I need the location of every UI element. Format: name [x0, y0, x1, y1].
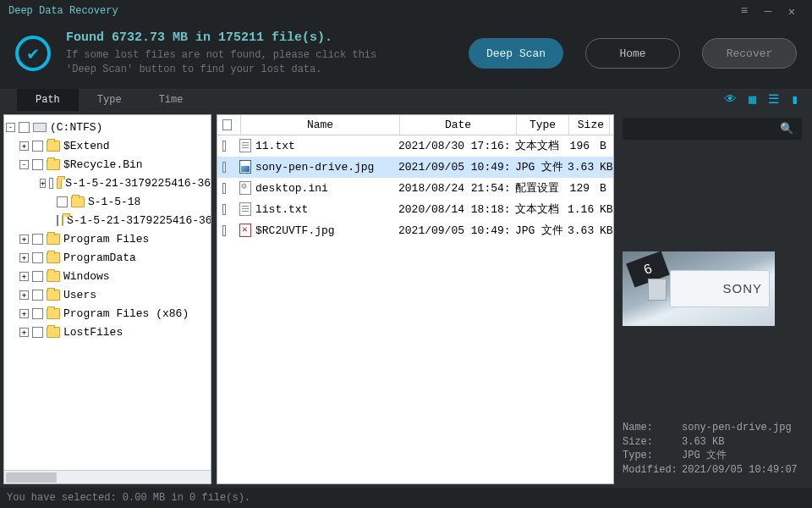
file-size-unit: KB: [595, 203, 613, 216]
grid-view-icon[interactable]: ▦: [749, 91, 756, 108]
row-checkbox[interactable]: [222, 162, 226, 173]
scan-summary-header: ✔ Found 6732.73 MB in 175211 file(s). If…: [0, 22, 812, 89]
tree-label: Users: [63, 289, 96, 301]
tree-label: (C:NTFS): [50, 121, 102, 134]
file-icon: [239, 139, 251, 152]
row-checkbox[interactable]: [222, 225, 226, 236]
row-checkbox[interactable]: [222, 204, 226, 215]
select-all-checkbox[interactable]: [222, 119, 232, 130]
column-size[interactable]: Size: [569, 115, 610, 135]
expand-icon[interactable]: +: [19, 290, 29, 300]
tab-type[interactable]: Type: [79, 89, 140, 111]
tree-item[interactable]: + $Extend: [6, 137, 211, 156]
tree-item[interactable]: + S-1-5-21-3179225416-36: [6, 174, 211, 193]
tab-time[interactable]: Time: [140, 89, 202, 111]
detail-key-type: Type:: [623, 449, 682, 463]
status-bar: You have selected: 0.00 MB in 0 file(s).: [0, 488, 812, 508]
column-name[interactable]: Name: [241, 115, 400, 135]
folder-icon: [47, 271, 60, 282]
tree-label: ProgramData: [63, 251, 136, 264]
home-button[interactable]: Home: [585, 38, 680, 69]
checkbox[interactable]: [32, 327, 43, 338]
minimize-icon[interactable]: —: [756, 3, 780, 19]
tree-label: Program Files: [63, 233, 149, 246]
checkbox[interactable]: [32, 290, 43, 301]
checkbox[interactable]: [32, 141, 43, 152]
menu-icon[interactable]: ≡: [732, 3, 756, 19]
table-row[interactable]: 11.txt2021/08/30 17:16:20文本文档196B: [217, 135, 613, 157]
search-icon[interactable]: 🔍: [780, 122, 793, 135]
tab-path[interactable]: Path: [17, 89, 79, 111]
checkbox[interactable]: [32, 234, 43, 245]
file-icon: [239, 181, 251, 195]
folder-tree-panel: - (C:NTFS) + $Extend - $Recycle.Bin + S-…: [3, 114, 211, 484]
detail-val-name: sony-pen-drive.jpg: [682, 422, 792, 433]
file-icon: [239, 160, 251, 174]
tree-label: Windows: [63, 270, 110, 283]
expand-icon[interactable]: +: [19, 141, 29, 151]
column-date[interactable]: Date: [400, 115, 517, 135]
checkbox[interactable]: [57, 215, 58, 226]
table-row[interactable]: list.txt2020/08/14 18:18:12文本文档1.16KB: [217, 199, 613, 220]
status-text: You have selected: 0.00 MB in 0 file(s).: [7, 492, 250, 504]
folder-icon: [47, 327, 60, 338]
tree-item[interactable]: - $Recycle.Bin: [6, 156, 211, 174]
expand-icon[interactable]: +: [40, 179, 46, 188]
file-type: 文本文档: [510, 138, 562, 153]
table-row[interactable]: desktop.ini2018/08/24 21:54:43配置设置129B: [217, 178, 613, 199]
checkbox[interactable]: [19, 122, 30, 133]
folder-icon: [47, 290, 60, 301]
checkbox[interactable]: [32, 308, 43, 319]
table-row[interactable]: $RC2UVTF.jpg2021/09/05 10:49:07JPG 文件3.6…: [217, 220, 613, 241]
file-type: JPG 文件: [510, 223, 562, 238]
tree-item[interactable]: S-1-5-18: [6, 193, 211, 212]
row-checkbox[interactable]: [222, 141, 226, 152]
title-bar: Deep Data Recovery ≡ — ✕: [0, 0, 812, 22]
file-size-number: 1.16: [562, 203, 595, 216]
checkbox[interactable]: [32, 252, 43, 263]
hint-line-2: 'Deep Scan' button to find your lost dat…: [66, 63, 447, 77]
eye-icon[interactable]: 👁: [724, 92, 737, 108]
checkbox[interactable]: [32, 271, 43, 282]
tree-item[interactable]: + LostFiles: [6, 323, 211, 342]
expand-icon[interactable]: +: [19, 272, 29, 281]
checkbox[interactable]: [32, 159, 43, 170]
tree-root[interactable]: - (C:NTFS): [6, 119, 211, 137]
preview-panel: 🔍 6 Name:sony-pen-drive.jpg Size:3.63 KB…: [619, 114, 805, 484]
list-view-icon[interactable]: ☰: [768, 91, 779, 108]
tree-item[interactable]: + Program Files: [6, 230, 211, 249]
file-list-body: 11.txt2021/08/30 17:16:20文本文档196Bsony-pe…: [217, 135, 613, 483]
file-list-panel: Name Date Type Size 11.txt2021/08/30 17:…: [217, 114, 614, 484]
tree-label: $Extend: [63, 140, 110, 152]
row-checkbox[interactable]: [222, 183, 226, 194]
expand-icon[interactable]: +: [19, 309, 29, 318]
detail-view-icon[interactable]: ▮: [791, 91, 798, 108]
table-row[interactable]: sony-pen-drive.jpg2021/09/05 10:49:07JPG…: [217, 157, 613, 178]
file-date: 2021/09/05 10:49:07: [393, 161, 510, 174]
file-type: JPG 文件: [510, 159, 562, 174]
tree-item[interactable]: S-1-5-21-3179225416-36: [6, 212, 211, 230]
recover-button[interactable]: Recover: [702, 38, 797, 69]
app-title: Deep Data Recovery: [8, 5, 118, 17]
file-list-header: Name Date Type Size: [217, 115, 613, 135]
tree-item[interactable]: + Users: [6, 286, 211, 305]
collapse-icon[interactable]: -: [6, 123, 15, 132]
deep-scan-button[interactable]: Deep Scan: [469, 38, 563, 69]
detail-key-modified: Modified:: [623, 463, 682, 478]
tree-item[interactable]: + ProgramData: [6, 249, 211, 268]
expand-icon[interactable]: +: [19, 328, 29, 337]
tree-item[interactable]: + Windows: [6, 268, 211, 286]
column-type[interactable]: Type: [517, 115, 569, 135]
file-icon: [239, 224, 251, 237]
checkbox[interactable]: [49, 178, 53, 189]
tree-horizontal-scrollbar[interactable]: [4, 470, 211, 483]
checkbox[interactable]: [57, 196, 68, 207]
close-icon[interactable]: ✕: [780, 3, 804, 19]
collapse-icon[interactable]: -: [19, 160, 29, 169]
file-name: $RC2UVTF.jpg: [255, 224, 335, 237]
expand-icon[interactable]: +: [19, 253, 29, 262]
tree-label: LostFiles: [63, 326, 123, 339]
tree-item[interactable]: + Program Files (x86): [6, 305, 211, 323]
expand-icon[interactable]: +: [19, 235, 29, 244]
search-bar[interactable]: 🔍: [623, 118, 802, 140]
